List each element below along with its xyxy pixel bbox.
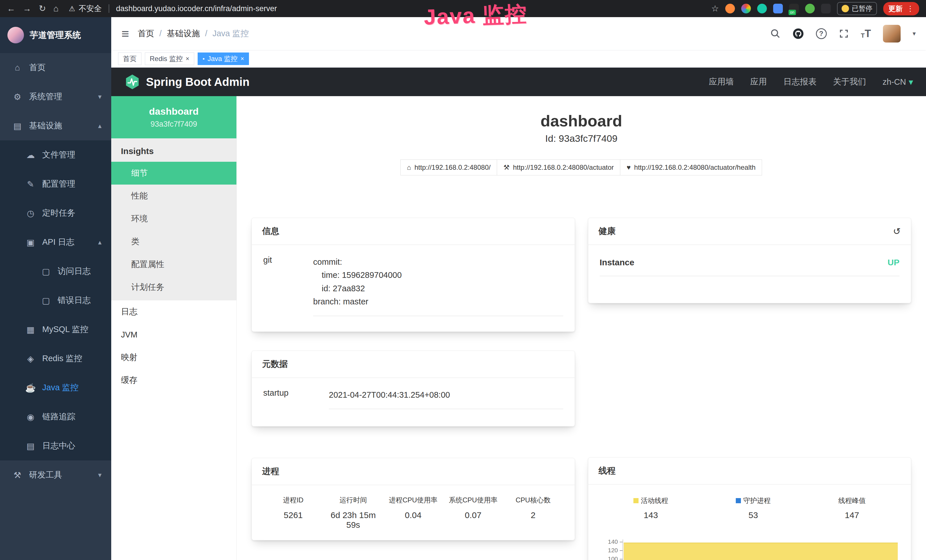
close-tab-icon[interactable]: × bbox=[241, 56, 244, 62]
sba-menu-jvm[interactable]: JVM bbox=[111, 323, 236, 346]
service-url-button[interactable]: ⌂ http://192.168.0.2:48080/ bbox=[400, 159, 497, 176]
security-label: 不安全 bbox=[79, 3, 102, 14]
sba-menu-performance[interactable]: 性能 bbox=[111, 185, 236, 207]
reload-icon[interactable]: ↻ bbox=[39, 4, 46, 13]
tab-java-monitor[interactable]: ● Java 监控 × bbox=[198, 53, 249, 65]
font-size-icon[interactable]: TT bbox=[861, 29, 871, 39]
y-tickmark bbox=[620, 559, 623, 559]
sba-navbar: Spring Boot Admin 应用墙 应用 日志报表 关于我们 zh-CN… bbox=[111, 68, 926, 96]
threads-card: 线程 活动线程 143 bbox=[588, 457, 911, 560]
sidebar-item-dev-tools[interactable]: ⚒ 研发工具 ▾ bbox=[0, 460, 111, 490]
error-log-icon: ▢ bbox=[41, 295, 51, 306]
address-bar[interactable]: ⚠ 不安全 dashboard.yudao.iocoder.cn/infra/a… bbox=[69, 3, 277, 14]
breadcrumb-home[interactable]: 首页 bbox=[138, 28, 154, 39]
sidebar-item-label: 基础设施 bbox=[29, 120, 62, 132]
locale-selector[interactable]: zh-CN ▾ bbox=[883, 77, 913, 87]
user-avatar[interactable] bbox=[883, 25, 900, 42]
sba-nav-about[interactable]: 关于我们 bbox=[833, 76, 866, 88]
github-icon[interactable] bbox=[793, 28, 804, 39]
extension-icon-6[interactable] bbox=[805, 4, 815, 14]
sidebar-item-mysql-monitor[interactable]: ▦ MySQL 监控 bbox=[0, 315, 111, 344]
address-separator bbox=[109, 4, 109, 13]
annotation-java-monitor: Java 监控 bbox=[423, 0, 528, 32]
sba-nav-journal[interactable]: 日志报表 bbox=[784, 76, 817, 88]
sidebar-item-java-monitor[interactable]: ☕ Java 监控 bbox=[0, 373, 111, 402]
close-tab-icon[interactable]: × bbox=[186, 56, 189, 62]
sba-menu-mappings[interactable]: 映射 bbox=[111, 346, 236, 369]
instance-links: ⌂ http://192.168.0.2:48080/ ⚒ http://192… bbox=[237, 159, 926, 176]
extension-icon-2[interactable] bbox=[741, 4, 751, 14]
sidebar-item-infrastructure[interactable]: ▤ 基础设施 ▴ bbox=[0, 111, 111, 140]
sba-menu-caches[interactable]: 缓存 bbox=[111, 369, 236, 392]
threads-card-title: 线程 bbox=[589, 458, 911, 485]
sidebar-item-label: 访问日志 bbox=[57, 266, 91, 277]
health-url-button[interactable]: ♥ http://192.168.0.2:48080/actuator/heal… bbox=[620, 159, 762, 176]
chevron-down-icon: ▾ bbox=[98, 93, 101, 101]
browser-menu-icon[interactable]: ⋮ bbox=[906, 4, 914, 13]
sidebar-item-system[interactable]: ⚙ 系统管理 ▾ bbox=[0, 82, 111, 111]
insights-section: Insights 细节 性能 环境 类 配置属性 计划任务 bbox=[111, 138, 236, 300]
legend-peak-threads: 线程峰值 147 bbox=[838, 496, 865, 520]
paused-chip[interactable]: 已暂停 bbox=[837, 2, 877, 15]
sidebar-item-file-manage[interactable]: ☁ 文件管理 bbox=[0, 140, 111, 170]
sba-menu-environment[interactable]: 环境 bbox=[111, 207, 236, 230]
sidebar-item-error-logs[interactable]: ▢ 错误日志 bbox=[0, 286, 111, 315]
sidebar-item-config-manage[interactable]: ✎ 配置管理 bbox=[0, 170, 111, 198]
sidebar-item-label: 定时任务 bbox=[42, 207, 75, 219]
log-center-icon: ▤ bbox=[25, 441, 36, 451]
breadcrumb-infra[interactable]: 基础设施 bbox=[167, 28, 200, 39]
history-icon[interactable]: ↺ bbox=[893, 226, 900, 237]
sidebar-item-api-logs[interactable]: ▣ API 日志 ▴ bbox=[0, 228, 111, 257]
sba-menu-config-props[interactable]: 配置属性 bbox=[111, 253, 236, 276]
process-col-proc-cpu: 进程CPU使用率 0.04 bbox=[383, 495, 443, 530]
hamburger-icon[interactable]: ≡ bbox=[121, 26, 129, 41]
sba-nav-wall[interactable]: 应用墙 bbox=[709, 76, 734, 88]
process-col-pid: 进程ID 5261 bbox=[263, 495, 323, 530]
tab-home[interactable]: 首页 bbox=[118, 53, 141, 65]
fullscreen-icon[interactable] bbox=[839, 29, 849, 39]
sidebar-item-cron-jobs[interactable]: ◷ 定时任务 bbox=[0, 198, 111, 228]
sba-menu-classes[interactable]: 类 bbox=[111, 230, 236, 253]
sidebar-item-label: 系统管理 bbox=[29, 91, 62, 102]
tab-redis-monitor[interactable]: Redis 监控 × bbox=[145, 53, 194, 65]
sidebar-item-label: 文件管理 bbox=[42, 149, 75, 160]
sba-menu-scheduled-tasks[interactable]: 计划任务 bbox=[111, 276, 236, 299]
forward-icon[interactable]: → bbox=[23, 4, 31, 13]
status-badge: UP bbox=[888, 257, 899, 267]
search-icon[interactable] bbox=[770, 29, 781, 39]
chart-plot-area bbox=[624, 541, 898, 560]
sidebar-item-home[interactable]: ⌂ 首页 bbox=[0, 53, 111, 82]
extension-icon-3[interactable] bbox=[757, 4, 767, 14]
sba-nav-links: 应用墙 应用 日志报表 关于我们 zh-CN ▾ bbox=[709, 76, 913, 88]
extension-icon-7[interactable] bbox=[821, 4, 831, 14]
help-icon[interactable]: ? bbox=[816, 28, 827, 39]
legend-yellow-swatch bbox=[633, 498, 639, 503]
avatar-caret-icon[interactable]: ▾ bbox=[912, 30, 916, 37]
sidebar-item-redis-monitor[interactable]: ◈ Redis 监控 bbox=[0, 344, 111, 373]
sidebar-item-log-center[interactable]: ▤ 日志中心 bbox=[0, 431, 111, 460]
tab-label: Redis 监控 bbox=[150, 54, 183, 64]
sba-menu-details[interactable]: 细节 bbox=[111, 162, 236, 185]
sba-nav-applications[interactable]: 应用 bbox=[750, 76, 767, 88]
legend-active-value: 143 bbox=[633, 510, 668, 520]
locale-label: zh-CN bbox=[883, 77, 906, 87]
actuator-url-button[interactable]: ⚒ http://192.168.0.2:48080/actuator bbox=[497, 159, 620, 176]
sidebar-item-access-logs[interactable]: ▢ 访问日志 bbox=[0, 257, 111, 286]
wrench-icon: ⚒ bbox=[503, 163, 510, 171]
extension-icon-4[interactable] bbox=[773, 4, 783, 14]
back-icon[interactable]: ← bbox=[7, 4, 15, 13]
sidebar-menu: ⌂ 首页 ⚙ 系统管理 ▾ ▤ 基础设施 ▴ ☁ 文件管理 ✎ 配置管理 bbox=[0, 53, 111, 490]
browser-home-icon[interactable]: ⌂ bbox=[53, 4, 59, 13]
bookmark-star-icon[interactable]: ☆ bbox=[711, 4, 719, 13]
extension-icon-5[interactable]: on bbox=[789, 4, 799, 14]
chevron-up-icon: ▴ bbox=[98, 238, 101, 246]
cards-right-column: 健康 ↺ Instance UP 线程 bbox=[588, 218, 911, 560]
app-logo-row: 芋道管理系统 bbox=[0, 17, 111, 53]
access-log-icon: ▢ bbox=[41, 266, 51, 277]
update-button[interactable]: 更新 ⋮ bbox=[883, 2, 919, 15]
info-git-row: git commit: time: 1596289704000 id: 27aa… bbox=[263, 255, 563, 316]
extension-icon-1[interactable] bbox=[725, 4, 735, 14]
sba-menu-logs[interactable]: 日志 bbox=[111, 300, 236, 323]
git-branch-line: branch: master bbox=[313, 295, 563, 308]
sidebar-item-trace[interactable]: ◉ 链路追踪 bbox=[0, 402, 111, 431]
